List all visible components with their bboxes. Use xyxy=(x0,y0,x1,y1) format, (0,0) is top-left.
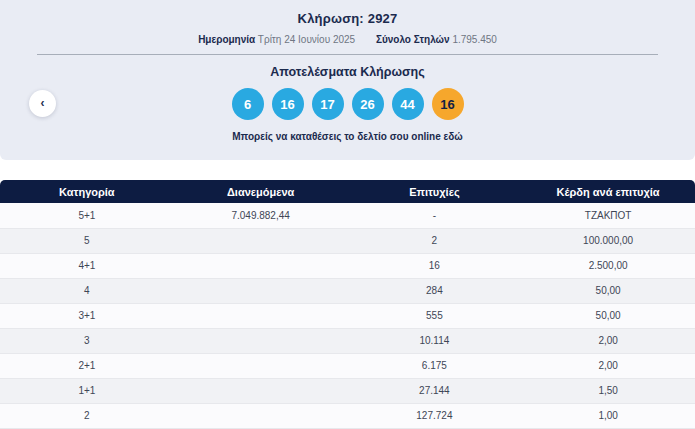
table-cell: 50,00 xyxy=(521,278,695,303)
table-cell: ΤΖΑΚΠΟΤ xyxy=(521,203,695,228)
draw-meta: Ημερομηνία Τρίτη 24 Ιουνίου 2025 Σύνολο … xyxy=(0,34,695,45)
winning-number-ball: 6 xyxy=(232,88,264,120)
previous-draw-button[interactable]: ‹ xyxy=(29,90,56,117)
table-row: 1+127.1441,50 xyxy=(0,378,695,403)
table-cell: 284 xyxy=(348,278,522,303)
table-cell: 3+1 xyxy=(0,303,174,328)
table-row: 428450,00 xyxy=(0,278,695,303)
prize-table-body: 5+17.049.882,44-ΤΖΑΚΠΟΤ52100.000,004+116… xyxy=(0,203,695,428)
prize-table-container: ΚατηγορίαΔιανεμόμεναΕπιτυχίεςΚέρδη ανά ε… xyxy=(0,180,695,429)
prize-table-header: ΚατηγορίαΔιανεμόμεναΕπιτυχίεςΚέρδη ανά ε… xyxy=(0,180,695,203)
submit-slip-online-link[interactable]: Μπορείς να καταθέσεις το δελτίο σου onli… xyxy=(232,131,463,142)
table-cell: 1,00 xyxy=(521,403,695,428)
table-cell xyxy=(174,278,348,303)
winning-number-ball: 44 xyxy=(392,88,424,120)
table-row: 2+16.1752,00 xyxy=(0,353,695,378)
table-cell xyxy=(174,378,348,403)
chevron-left-icon: ‹ xyxy=(41,96,45,110)
draw-hero-section: Κλήρωση: 2927 Ημερομηνία Τρίτη 24 Ιουνίο… xyxy=(0,0,695,160)
draw-title: Κλήρωση: 2927 xyxy=(0,0,695,26)
column-header: Διανεμόμενα xyxy=(174,180,348,203)
winning-number-ball: 16 xyxy=(272,88,304,120)
table-cell xyxy=(174,253,348,278)
column-header: Κατηγορία xyxy=(0,180,174,203)
table-cell: 4 xyxy=(0,278,174,303)
table-cell: 2 xyxy=(348,228,522,253)
draw-columns-label: Σύνολο Στηλών xyxy=(376,34,450,45)
table-cell: 5 xyxy=(0,228,174,253)
table-row: 4+1162.500,00 xyxy=(0,253,695,278)
table-cell: 10.114 xyxy=(348,328,522,353)
winning-numbers: 61617264416 xyxy=(0,88,695,120)
table-cell: 100.000,00 xyxy=(521,228,695,253)
table-cell: 7.049.882,44 xyxy=(174,203,348,228)
table-cell: 127.724 xyxy=(348,403,522,428)
table-cell: 27.144 xyxy=(348,378,522,403)
table-cell: 2.500,00 xyxy=(521,253,695,278)
table-cell xyxy=(174,303,348,328)
table-cell: 50,00 xyxy=(521,303,695,328)
winning-number-ball: 26 xyxy=(352,88,384,120)
draw-date-label: Ημερομηνία xyxy=(198,34,255,45)
table-cell: - xyxy=(348,203,522,228)
draw-date: Ημερομηνία Τρίτη 24 Ιουνίου 2025 xyxy=(198,34,355,45)
winning-number-ball: 17 xyxy=(312,88,344,120)
table-cell: 2,00 xyxy=(521,353,695,378)
hero-divider xyxy=(37,54,658,55)
prize-table-header-row: ΚατηγορίαΔιανεμόμεναΕπιτυχίεςΚέρδη ανά ε… xyxy=(0,180,695,203)
draw-columns: Σύνολο Στηλών 1.795.450 xyxy=(376,34,497,45)
table-cell: 1+1 xyxy=(0,378,174,403)
table-cell: 16 xyxy=(348,253,522,278)
table-cell xyxy=(174,403,348,428)
table-cell: 6.175 xyxy=(348,353,522,378)
table-cell xyxy=(174,328,348,353)
table-cell: 555 xyxy=(348,303,522,328)
table-cell: 5+1 xyxy=(0,203,174,228)
table-row: 52100.000,00 xyxy=(0,228,695,253)
table-row: 2127.7241,00 xyxy=(0,403,695,428)
prize-table: ΚατηγορίαΔιανεμόμεναΕπιτυχίεςΚέρδη ανά ε… xyxy=(0,180,695,429)
draw-date-value: Τρίτη 24 Ιουνίου 2025 xyxy=(258,34,355,45)
table-cell: 4+1 xyxy=(0,253,174,278)
column-header: Κέρδη ανά επιτυχία xyxy=(521,180,695,203)
draw-columns-value: 1.795.450 xyxy=(452,34,497,45)
table-cell xyxy=(174,228,348,253)
joker-number-ball: 16 xyxy=(432,88,464,120)
table-cell: 3 xyxy=(0,328,174,353)
table-cell: 2,00 xyxy=(521,328,695,353)
table-cell: 2+1 xyxy=(0,353,174,378)
table-row: 5+17.049.882,44-ΤΖΑΚΠΟΤ xyxy=(0,203,695,228)
table-row: 310.1142,00 xyxy=(0,328,695,353)
table-cell: 1,50 xyxy=(521,378,695,403)
table-row: 3+155550,00 xyxy=(0,303,695,328)
table-cell xyxy=(174,353,348,378)
table-cell: 2 xyxy=(0,403,174,428)
column-header: Επιτυχίες xyxy=(348,180,522,203)
results-title: Αποτελέσματα Κλήρωσης xyxy=(0,65,695,79)
